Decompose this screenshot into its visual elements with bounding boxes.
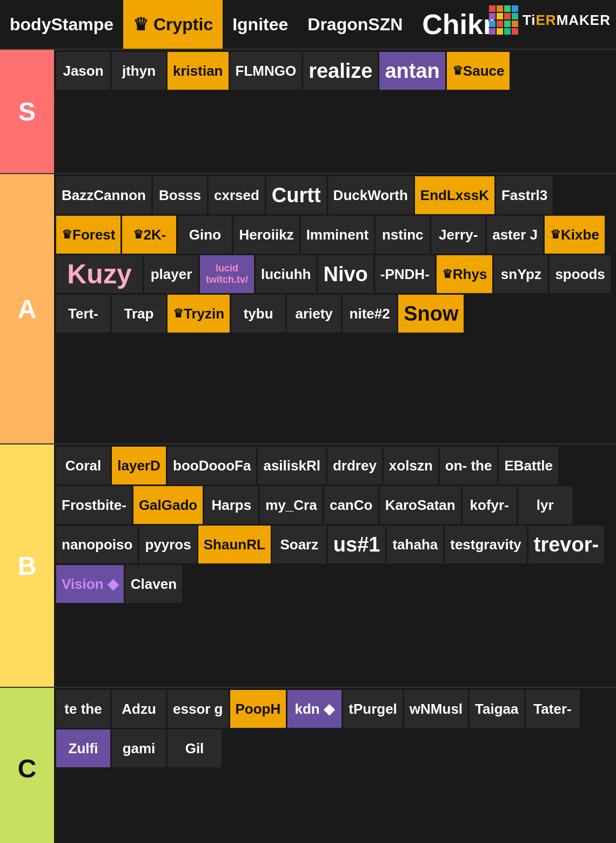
tile-luciuhh: luciuhh: [256, 255, 316, 293]
header: bodyStampe ♛ Cryptic Ignitee DragonSZN C…: [0, 0, 616, 50]
tile-adzu: Adzu: [112, 690, 166, 728]
tile-onthe: on- the: [440, 447, 498, 484]
tile-lyr: lyr: [518, 486, 572, 524]
tier-label-c: C: [0, 688, 54, 843]
tile-vision: Vision ◆: [56, 565, 124, 603]
header-name-bodystampe: bodyStampe: [0, 0, 123, 49]
tile-drdrey: drdrey: [327, 447, 382, 484]
tile-kristian: kristian: [168, 52, 229, 90]
tile-coral: Coral: [56, 447, 110, 484]
tile-ariety: ariety: [287, 295, 341, 333]
tile-mycra: my_Cra: [260, 486, 322, 524]
tier-content-c: te the Adzu essor g PoopH kdn ◆ tPurgel …: [54, 688, 616, 843]
tile-kdn: kdn ◆: [287, 690, 342, 728]
header-name-cryptic: ♛ Cryptic: [123, 0, 223, 49]
tile-taigaa: Taigaa: [470, 690, 524, 728]
tier-content-a: BazzCannon Bosss cxrsed Curtt DuckWorth …: [54, 174, 616, 443]
tile-forest: Forest: [56, 216, 120, 254]
tile-kofyr: kofyr-: [463, 486, 517, 524]
tile-cxrsed: cxrsed: [209, 176, 265, 214]
tile-trevor: trevor-: [528, 526, 604, 563]
tier-row-b: B Coral layerD booDoooFa asiliskRl drdre…: [0, 444, 616, 688]
tile-kixbe: Kixbe: [545, 216, 605, 254]
tile-soarz: Soarz: [272, 526, 326, 563]
tile-nivo: Nivo: [318, 255, 373, 293]
tile-harps: Harps: [204, 486, 258, 524]
tile-jerry: Jerry-: [431, 216, 485, 254]
tile-galgado: GalGado: [133, 486, 203, 524]
tile-tpurgel: tPurgel: [343, 690, 403, 728]
tile-pyyros: pyyros: [139, 526, 196, 563]
header-name-dragonszn: DragonSZN: [298, 0, 412, 49]
tile-tater: Tater-: [526, 690, 580, 728]
tile-frostbite: Frostbite-: [56, 486, 132, 524]
tier-label-b: B: [0, 444, 54, 687]
tile-tryzin: Tryzin: [168, 295, 230, 333]
tile-heroiikz: Heroiikz: [233, 216, 299, 254]
tile-snypz: snYpz: [494, 255, 548, 293]
tile-gil: Gil: [168, 729, 222, 767]
tier-row-a: A BazzCannon Bosss cxrsed Curtt DuckWort…: [0, 174, 616, 444]
tiermaker-grid-icon: [489, 5, 518, 35]
tile-nanopoiso: nanopoiso: [56, 526, 138, 563]
tile-endlxssk: EndLxssK: [415, 176, 494, 214]
tile-rhys: Rhys: [437, 255, 493, 293]
tile-spoods: spoods: [550, 255, 610, 293]
tile-gami: gami: [112, 729, 166, 767]
tiermaker-logo: TiERMAKER: [489, 5, 611, 35]
tile-player: player: [144, 255, 198, 293]
tile-antan: antan: [379, 52, 445, 90]
tile-ebattle: EBattle: [499, 447, 558, 484]
tile-essorg: essor g: [168, 690, 229, 728]
tile-jthyn: jthyn: [112, 52, 166, 90]
tier-label-a: A: [0, 174, 54, 443]
tile-flmngo: FLMNGO: [230, 52, 302, 90]
tile-tert: Tert-: [56, 295, 110, 333]
tile-imminent: Imminent: [301, 216, 374, 254]
tile-nstinc: nstinc: [376, 216, 430, 254]
tile-wnmusl: wNMusl: [404, 690, 468, 728]
page-container: bodyStampe ♛ Cryptic Ignitee DragonSZN C…: [0, 0, 616, 843]
tile-testgravity: testgravity: [445, 526, 527, 563]
tile-claven: Claven: [125, 565, 182, 603]
tile-bazzcannon: BazzCannon: [56, 176, 151, 214]
tile-2k: 2K-: [122, 216, 176, 254]
tile-curtt: Curtt: [266, 176, 326, 214]
tile-trap: Trap: [112, 295, 166, 333]
tile-snow: Snow: [398, 295, 464, 333]
tile-zulfi: Zulfi: [56, 729, 110, 767]
tile-duckworth: DuckWorth: [328, 176, 413, 214]
tier-row-c: C te the Adzu essor g PoopH kdn ◆ tPurge…: [0, 688, 616, 843]
tile-fastrl3: Fastrl3: [496, 176, 553, 214]
tile-bosss: Bosss: [153, 176, 207, 214]
header-name-ignitee: Ignitee: [223, 0, 298, 49]
tier-content-b: Coral layerD booDoooFa asiliskRl drdrey …: [54, 444, 616, 687]
tile-sauce: Sauce: [447, 52, 510, 90]
tile-jason: Jason: [56, 52, 110, 90]
tile-tahaha: tahaha: [387, 526, 443, 563]
tile-tybu: tybu: [231, 295, 285, 333]
tile-kuzy: Kuzy: [56, 255, 143, 293]
tile-asiliskrl: asiliskRl: [258, 447, 326, 484]
tile-us1: us#1: [328, 526, 386, 563]
tile-pndh: -PNDH-: [375, 255, 435, 293]
tile-layerd: layerD: [112, 447, 166, 484]
tile-boodooofas: booDoooFa: [168, 447, 256, 484]
tier-content-s: Jason jthyn kristian FLMNGO realize anta…: [54, 50, 616, 173]
tile-karosaatan: KaroSatan: [380, 486, 461, 524]
tiermaker-title: TiERMAKER: [523, 12, 611, 29]
tile-canco: canCo: [324, 486, 378, 524]
tile-lucid: lucidtwitch.tv/: [200, 255, 254, 293]
tile-gino: Gino: [178, 216, 232, 254]
tile-realize: realize: [303, 52, 378, 90]
tile-aster: aster J: [487, 216, 543, 254]
tile-tethe: te the: [56, 690, 110, 728]
tile-xolszn: xolszn: [384, 447, 438, 484]
tile-nite2: nite#2: [343, 295, 397, 333]
tier-label-s: S: [0, 50, 54, 173]
tile-shaunrl: ShaunRL: [198, 526, 271, 563]
tier-row-s: S Jason jthyn kristian FLMNGO realize an…: [0, 50, 616, 174]
tile-pooph: PoopH: [230, 690, 286, 728]
